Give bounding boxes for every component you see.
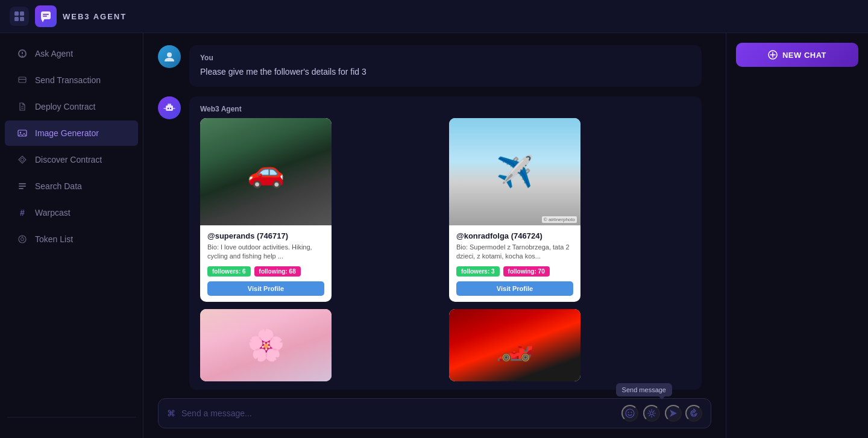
chat-input-container: ⌘ xyxy=(158,398,711,428)
profile-card-image-3 xyxy=(200,309,332,381)
chat-area: You Please give me the follower's detail… xyxy=(143,33,726,438)
profile-card-image-4 xyxy=(449,309,580,381)
svg-rect-8 xyxy=(19,79,26,80)
svg-point-27 xyxy=(628,412,629,413)
svg-point-17 xyxy=(21,238,24,241)
profile-cards-grid: @superands (746717) Bio: I love outdoor … xyxy=(200,118,691,381)
profile-card-superands: @superands (746717) Bio: I love outdoor … xyxy=(200,118,332,302)
chat-input-wrapper: ⌘ xyxy=(143,391,726,438)
followers-badge-konradfolga: followers: 3 xyxy=(456,266,500,277)
chat-message-input[interactable] xyxy=(181,408,615,418)
svg-rect-7 xyxy=(19,77,26,83)
cmd-icon: ⌘ xyxy=(167,408,175,418)
refresh-btn[interactable] xyxy=(685,405,702,422)
user-message-author: You xyxy=(200,54,691,62)
new-chat-button[interactable]: NEW CHAT xyxy=(736,43,858,67)
profile-bio-superands: Bio: I love outdoor activities. Hiking, … xyxy=(207,243,324,261)
sidebar-item-discover-contract[interactable]: Discover Contract xyxy=(5,147,138,172)
send-tooltip: Send message xyxy=(616,383,672,396)
followers-badge-superands: followers: 6 xyxy=(207,266,251,277)
chat-messages: You Please give me the follower's detail… xyxy=(143,33,726,391)
sidebar-item-warpcast[interactable]: # Warpcast xyxy=(5,200,138,225)
deploy-contract-icon xyxy=(17,101,28,112)
sidebar-label-ask-agent: Ask Agent xyxy=(35,49,73,58)
sidebar-label-warpcast: Warpcast xyxy=(35,208,71,217)
sidebar-item-send-transaction[interactable]: Send Transaction xyxy=(5,67,138,93)
sidebar-label-image-generator: Image Generator xyxy=(35,128,99,138)
svg-rect-21 xyxy=(168,104,171,106)
sidebar-item-deploy-contract[interactable]: Deploy Contract xyxy=(5,94,138,119)
app-title: WEB3 AGENT xyxy=(63,12,127,21)
warpcast-icon: # xyxy=(17,207,28,218)
settings-btn[interactable] xyxy=(643,405,660,422)
user-avatar xyxy=(158,45,181,68)
right-panel: NEW CHAT xyxy=(726,33,868,438)
svg-point-23 xyxy=(170,108,171,109)
svg-rect-13 xyxy=(19,183,26,184)
svg-rect-1 xyxy=(20,11,24,16)
svg-rect-0 xyxy=(14,11,19,16)
send-transaction-icon xyxy=(17,75,28,86)
svg-point-19 xyxy=(167,52,172,57)
chat-logo-icon xyxy=(35,5,57,27)
profile-card-konradfolga: © airlinerphoto @konradfolga (746724) Bi… xyxy=(449,118,580,302)
profile-card-image-superands xyxy=(200,118,332,225)
sidebar-label-deploy-contract: Deploy Contract xyxy=(35,102,95,111)
following-badge-superands: following: 68 xyxy=(254,266,301,277)
profile-card-4 xyxy=(449,309,580,381)
discover-contract-icon xyxy=(17,154,28,165)
svg-rect-5 xyxy=(43,14,49,15)
agent-message: Web3 Agent @superands (746717) Bio: I lo… xyxy=(158,96,711,390)
new-chat-label: NEW CHAT xyxy=(782,51,826,60)
sidebar-label-search-data: Search Data xyxy=(35,181,82,191)
agent-avatar xyxy=(158,96,181,119)
user-message: You Please give me the follower's detail… xyxy=(158,45,711,87)
svg-rect-6 xyxy=(43,16,47,17)
profile-name-konradfolga: @konradfolga (746724) xyxy=(456,231,573,240)
sidebar-bottom xyxy=(0,410,143,431)
svg-rect-3 xyxy=(20,17,24,21)
app-header: WEB3 AGENT xyxy=(0,0,868,33)
profile-name-superands: @superands (746717) xyxy=(207,231,324,240)
sidebar-item-search-data[interactable]: Search Data xyxy=(5,174,138,199)
user-message-text: Please give me the follower's details fo… xyxy=(200,66,691,78)
logo: WEB3 AGENT xyxy=(10,5,127,27)
svg-point-26 xyxy=(626,409,634,418)
svg-point-12 xyxy=(20,132,21,133)
svg-rect-4 xyxy=(41,11,51,19)
svg-point-29 xyxy=(650,412,653,415)
sidebar-item-image-generator[interactable]: Image Generator xyxy=(5,120,138,146)
main-layout: Ask Agent Send Transaction Deploy Cont xyxy=(0,33,868,438)
profile-bio-konradfolga: Bio: Supermodel z Tarnobrzega, tata 2 dz… xyxy=(456,243,573,261)
agent-message-author: Web3 Agent xyxy=(200,105,691,113)
image-generator-icon xyxy=(17,128,28,139)
input-icons: Send message xyxy=(621,405,702,422)
svg-rect-2 xyxy=(14,17,19,21)
profile-stats-superands: followers: 6 following: 68 xyxy=(207,266,324,277)
profile-card-body-konradfolga: @konradfolga (746724) Bio: Supermodel z … xyxy=(449,225,580,302)
profile-card-3 xyxy=(200,309,332,381)
token-list-icon xyxy=(17,234,28,245)
visit-profile-btn-konradfolga[interactable]: Visit Profile xyxy=(456,281,573,296)
profile-card-body-superands: @superands (746717) Bio: I love outdoor … xyxy=(200,225,332,302)
svg-point-28 xyxy=(631,412,632,413)
profile-card-image-konradfolga: © airlinerphoto xyxy=(449,118,580,225)
svg-rect-15 xyxy=(19,188,24,189)
ask-agent-icon xyxy=(17,48,28,59)
grid-icon xyxy=(10,7,29,26)
profile-stats-konradfolga: followers: 3 following: 70 xyxy=(456,266,573,277)
sidebar: Ask Agent Send Transaction Deploy Cont xyxy=(0,33,143,438)
user-message-content: You Please give me the follower's detail… xyxy=(189,45,702,87)
search-data-icon xyxy=(17,181,28,192)
emoji-btn[interactable] xyxy=(621,405,638,422)
visit-profile-btn-superands[interactable]: Visit Profile xyxy=(207,281,324,296)
svg-rect-20 xyxy=(166,105,173,111)
following-badge-konradfolga: following: 70 xyxy=(503,266,550,277)
sidebar-label-send-transaction: Send Transaction xyxy=(35,75,101,85)
send-btn[interactable] xyxy=(665,405,682,422)
sidebar-label-token-list: Token List xyxy=(35,234,73,244)
sidebar-item-ask-agent[interactable]: Ask Agent xyxy=(5,41,138,66)
sidebar-item-token-list[interactable]: Token List xyxy=(5,227,138,252)
svg-point-22 xyxy=(168,108,169,109)
svg-rect-14 xyxy=(19,186,26,187)
